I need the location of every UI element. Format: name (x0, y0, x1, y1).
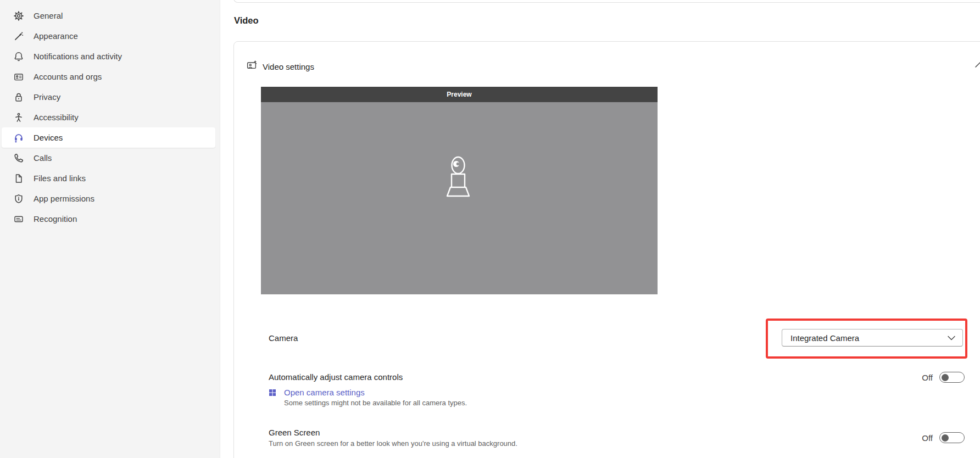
id-card-icon (13, 71, 24, 82)
wand-icon (13, 31, 24, 42)
sidebar-item-devices[interactable]: Devices (2, 127, 215, 148)
green-screen-toggle-state: Off (922, 433, 933, 443)
green-screen-caption: Turn on Green screen for a better look w… (269, 439, 517, 448)
sidebar-item-label: Recognition (34, 214, 77, 224)
open-camera-settings-link[interactable]: Open camera settings (284, 387, 365, 398)
sidebar-item-label: Accessibility (34, 113, 79, 122)
sidebar-item-label: Files and links (34, 174, 86, 183)
green-screen-toggle[interactable] (939, 432, 965, 443)
auto-adjust-toggle[interactable] (939, 372, 965, 383)
recognition-icon (13, 214, 24, 225)
sidebar-item-app-permissions[interactable]: App permissions (2, 188, 215, 209)
sidebar-item-privacy[interactable]: Privacy (2, 87, 215, 107)
sidebar-item-notifications-and-activity[interactable]: Notifications and activity (2, 46, 215, 66)
video-settings-icon (246, 60, 257, 71)
sidebar-item-files-and-links[interactable]: Files and links (2, 168, 215, 188)
toggle-knob (942, 374, 949, 381)
green-screen-label: Green Screen (269, 427, 320, 438)
card-title: Video settings (263, 62, 314, 71)
gear-icon (13, 10, 24, 21)
sidebar-item-label: App permissions (34, 194, 94, 203)
accessibility-icon (13, 112, 24, 123)
webcam-icon (433, 149, 483, 198)
preview-bar: Preview (261, 87, 658, 102)
chevron-down-icon (948, 336, 955, 340)
camera-dropdown-value: Integrated Camera (790, 333, 859, 343)
sidebar-item-accessibility[interactable]: Accessibility (2, 107, 215, 127)
sidebar-item-label: Notifications and activity (34, 52, 122, 61)
settings-content: Video Video settings (220, 0, 980, 458)
document-icon (13, 173, 24, 184)
sidebar-item-recognition[interactable]: Recognition (2, 209, 215, 229)
chevron-up-icon[interactable] (974, 60, 980, 68)
previous-card-bottom-edge (233, 0, 980, 3)
auto-adjust-caption: Some settings might not be available for… (284, 399, 467, 407)
preview-label: Preview (447, 91, 471, 98)
camera-label: Camera (269, 333, 298, 344)
sidebar-item-label: Privacy (34, 92, 60, 102)
sidebar-item-appearance[interactable]: Appearance (2, 26, 215, 46)
auto-adjust-toggle-state: Off (922, 373, 933, 382)
sidebar-item-label: Devices (34, 133, 63, 142)
auto-adjust-label: Automatically adjust camera controls (269, 372, 403, 383)
camera-dropdown[interactable]: Integrated Camera (782, 329, 963, 347)
shield-icon (13, 193, 24, 204)
bell-icon (13, 51, 24, 62)
lock-icon (13, 92, 24, 103)
video-settings-card: Video settings Preview (233, 41, 980, 458)
settings-sidebar: General Appearance Notifications and act… (0, 0, 220, 458)
green-screen-toggle-row: Off (922, 432, 965, 443)
toggle-knob (942, 434, 949, 442)
camera-preview-stage: Preview (261, 87, 658, 294)
sidebar-item-calls[interactable]: Calls (2, 148, 215, 168)
sidebar-item-label: Accounts and orgs (34, 72, 102, 81)
sidebar-item-label: General (34, 11, 63, 20)
phone-icon (13, 153, 24, 164)
sidebar-item-label: Calls (34, 153, 52, 163)
sidebar-item-accounts-and-orgs[interactable]: Accounts and orgs (2, 66, 215, 87)
auto-adjust-toggle-row: Off (922, 372, 965, 383)
headset-icon (13, 132, 24, 143)
camera-preview: Preview (261, 87, 658, 294)
sidebar-item-general[interactable]: General (2, 5, 215, 26)
sidebar-item-label: Appearance (34, 31, 78, 41)
windows-logo-icon (269, 389, 276, 396)
page-title: Video (234, 15, 259, 26)
